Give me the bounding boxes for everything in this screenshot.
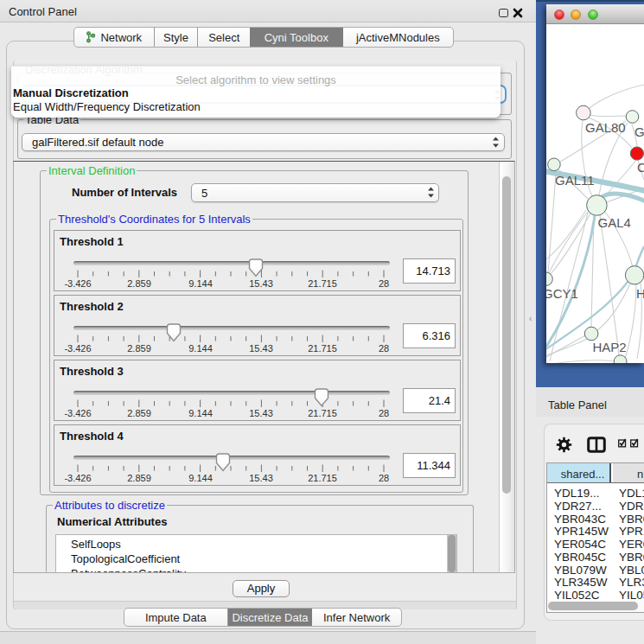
svg-text:GA: GA <box>634 124 644 139</box>
svg-text:GAL4: GAL4 <box>598 215 631 230</box>
svg-text:GAL11: GAL11 <box>555 173 595 188</box>
svg-text:GCY1: GCY1 <box>546 286 578 301</box>
svg-text:HAP2: HAP2 <box>593 340 627 354</box>
svg-text:C: C <box>637 160 644 175</box>
svg-text:GAL80: GAL80 <box>585 120 626 135</box>
svg-text:H: H <box>636 286 644 301</box>
